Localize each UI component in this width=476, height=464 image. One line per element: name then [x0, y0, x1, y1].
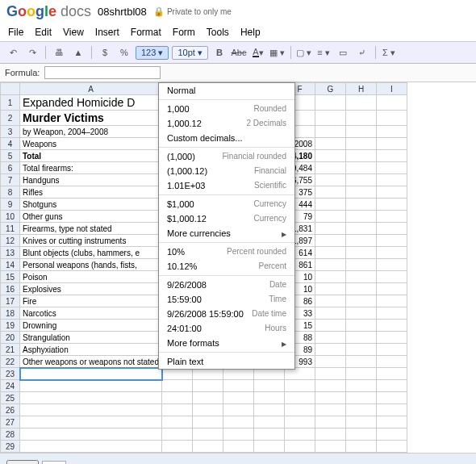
cell[interactable]	[315, 186, 346, 199]
cell[interactable]	[254, 441, 285, 453]
format-option[interactable]: More formats	[159, 336, 294, 350]
cell[interactable]	[162, 380, 193, 392]
row-header[interactable]: 1	[1, 95, 20, 111]
cell[interactable]	[346, 150, 377, 162]
paint-button[interactable]: ▲	[70, 44, 86, 61]
menu-help[interactable]: Help	[240, 27, 261, 38]
cell[interactable]	[315, 162, 346, 174]
cell[interactable]	[162, 428, 193, 441]
format-option[interactable]: 1,000Rounded	[159, 102, 294, 116]
row-header[interactable]: 12	[1, 235, 20, 247]
col-header[interactable]: A	[20, 83, 162, 95]
wrap-button[interactable]: ⤶	[354, 44, 370, 61]
format-option[interactable]: $1,000.12Currency	[159, 211, 294, 226]
cell[interactable]	[162, 441, 193, 453]
percent-button[interactable]: %	[116, 44, 132, 61]
cell[interactable]	[315, 283, 346, 295]
row-header[interactable]: 20	[1, 332, 20, 344]
cell[interactable]	[346, 307, 377, 320]
add-rows-button[interactable]: Add	[6, 460, 39, 464]
cell[interactable]	[377, 271, 407, 283]
cell[interactable]	[315, 259, 346, 271]
cell[interactable]	[285, 380, 315, 392]
cell[interactable]	[346, 126, 377, 138]
col-header[interactable]: H	[346, 83, 377, 95]
number-format-select[interactable]: 123 ▾	[136, 46, 169, 60]
cell[interactable]	[346, 368, 377, 380]
cell[interactable]	[346, 223, 377, 235]
cell[interactable]	[377, 441, 407, 453]
cell[interactable]	[346, 344, 377, 356]
cell[interactable]	[377, 404, 407, 416]
cell[interactable]	[346, 271, 377, 283]
cell[interactable]	[193, 428, 223, 441]
align-button[interactable]: ≡ ▾	[315, 44, 332, 61]
cell[interactable]	[315, 441, 346, 453]
cell[interactable]: Expanded Homicide D	[20, 95, 162, 111]
cell[interactable]	[377, 138, 407, 150]
cell[interactable]	[315, 126, 346, 138]
cell[interactable]	[315, 211, 346, 223]
cell[interactable]	[377, 380, 407, 392]
cell[interactable]	[315, 380, 346, 392]
row-header[interactable]: 2	[1, 111, 20, 126]
menu-file[interactable]: File	[8, 27, 23, 38]
cell[interactable]	[20, 416, 162, 428]
cell[interactable]	[346, 211, 377, 223]
cell[interactable]	[346, 416, 377, 428]
format-option[interactable]: 10.12%Percent	[159, 259, 294, 274]
cell[interactable]	[346, 356, 377, 368]
col-header[interactable]: I	[377, 83, 407, 95]
cell[interactable]	[346, 95, 377, 111]
row-header[interactable]: 7	[1, 174, 20, 186]
row-header[interactable]: 11	[1, 223, 20, 235]
cell[interactable]	[285, 441, 315, 453]
cell[interactable]: by Weapon, 2004–2008	[20, 126, 162, 138]
cell[interactable]	[254, 380, 285, 392]
row-header[interactable]: 17	[1, 295, 20, 307]
cell[interactable]: Weapons	[20, 138, 162, 150]
cell[interactable]	[315, 295, 346, 307]
cell[interactable]	[162, 392, 193, 404]
format-option[interactable]: 24:01:00Hours	[159, 321, 294, 336]
cell[interactable]	[20, 380, 162, 392]
cell[interactable]: Total firearms:	[20, 162, 162, 174]
cell[interactable]	[377, 211, 407, 223]
menu-form[interactable]: Form	[173, 27, 195, 38]
cell[interactable]	[377, 307, 407, 320]
menu-tools[interactable]: Tools	[207, 27, 229, 38]
cell[interactable]	[377, 368, 407, 380]
cell[interactable]	[223, 416, 254, 428]
cell[interactable]	[346, 441, 377, 453]
format-option[interactable]: $1,000Currency	[159, 197, 294, 211]
menu-edit[interactable]: Edit	[35, 27, 52, 38]
cell[interactable]: Murder Victims	[20, 111, 162, 126]
cell[interactable]	[315, 199, 346, 211]
cell[interactable]	[315, 356, 346, 368]
bold-button[interactable]: B	[211, 44, 228, 61]
cell[interactable]	[346, 138, 377, 150]
cell[interactable]	[223, 441, 254, 453]
cell[interactable]: Handguns	[20, 174, 162, 186]
cell[interactable]	[377, 126, 407, 138]
cell[interactable]	[315, 416, 346, 428]
cell[interactable]: Other guns	[20, 211, 162, 223]
format-option[interactable]: 1.01E+03Scientific	[159, 178, 294, 193]
cell[interactable]	[315, 247, 346, 259]
strike-button[interactable]: Abc	[231, 44, 247, 61]
row-header[interactable]: 14	[1, 259, 20, 271]
cell[interactable]	[315, 332, 346, 344]
format-option[interactable]: Custom decimals...	[159, 131, 294, 145]
cell[interactable]: Narcotics	[20, 307, 162, 320]
cell[interactable]	[315, 428, 346, 441]
row-header[interactable]: 4	[1, 138, 20, 150]
cell[interactable]	[377, 356, 407, 368]
row-header[interactable]: 6	[1, 162, 20, 174]
cell[interactable]: Knives or cutting instruments	[20, 235, 162, 247]
cell[interactable]	[193, 416, 223, 428]
cell[interactable]	[377, 247, 407, 259]
cell[interactable]	[346, 186, 377, 199]
cell[interactable]	[20, 428, 162, 441]
cell[interactable]	[377, 392, 407, 404]
cell[interactable]	[315, 271, 346, 283]
